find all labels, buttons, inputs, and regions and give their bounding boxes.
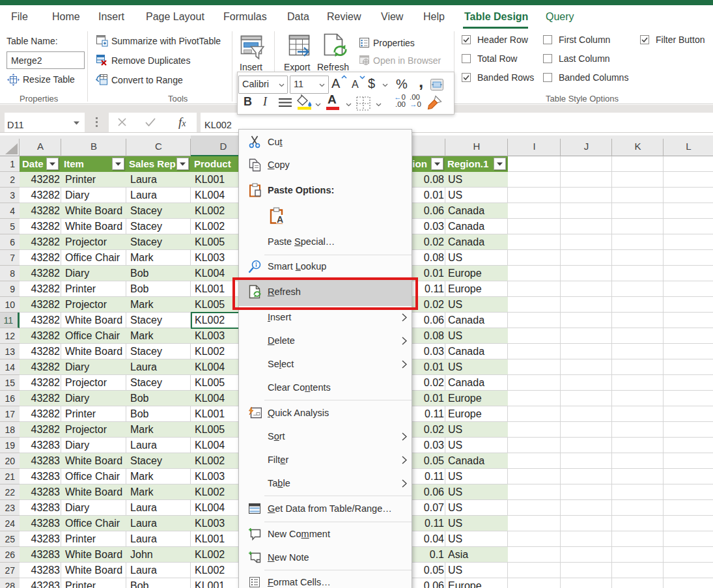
svg-text:A: A <box>277 214 283 224</box>
